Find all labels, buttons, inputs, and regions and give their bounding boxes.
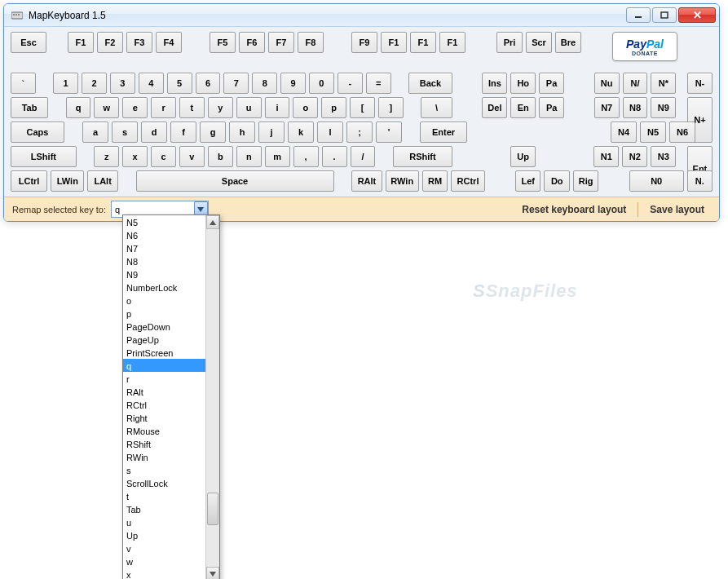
- key-numlock[interactable]: Nu: [594, 73, 620, 94]
- key-2[interactable]: 2: [82, 73, 107, 94]
- dropdown-item[interactable]: Right: [123, 411, 205, 424]
- key-rmouse[interactable]: RM: [422, 170, 448, 192]
- key-0[interactable]: 0: [309, 73, 334, 94]
- key-semicolon[interactable]: ;: [346, 122, 373, 143]
- key-backtick[interactable]: `: [11, 73, 36, 94]
- key-f3[interactable]: F3: [126, 32, 152, 53]
- scroll-down-button[interactable]: [206, 567, 219, 579]
- key-b[interactable]: b: [208, 146, 233, 167]
- key-bracket-right[interactable]: ]: [378, 97, 404, 118]
- dropdown-item[interactable]: s: [123, 463, 205, 476]
- key-n[interactable]: n: [236, 146, 262, 167]
- key-g[interactable]: g: [200, 122, 226, 143]
- key-6[interactable]: 6: [196, 73, 221, 94]
- key-d[interactable]: d: [141, 122, 167, 143]
- key-f12[interactable]: F1: [439, 32, 465, 53]
- key-r[interactable]: r: [151, 97, 176, 118]
- dropdown-item[interactable]: w: [123, 555, 205, 568]
- key-numpad-2[interactable]: N2: [622, 146, 647, 167]
- key-end[interactable]: En: [510, 97, 536, 118]
- dropdown-item[interactable]: RMouse: [123, 424, 205, 437]
- key-f[interactable]: f: [170, 122, 196, 143]
- key-s[interactable]: s: [112, 122, 138, 143]
- key-minus[interactable]: -: [338, 73, 363, 94]
- key-7[interactable]: 7: [223, 73, 249, 94]
- key-up[interactable]: Up: [510, 146, 536, 167]
- paypal-donate-button[interactable]: PayPal DONATE: [612, 32, 677, 61]
- key-delete[interactable]: Del: [482, 97, 507, 118]
- key-numpad-minus[interactable]: N-: [687, 73, 713, 94]
- key-printscreen[interactable]: Pri: [496, 32, 523, 53]
- key-tab[interactable]: Tab: [11, 97, 48, 118]
- key-f11[interactable]: F1: [410, 32, 436, 53]
- key-pageup[interactable]: Pa: [539, 73, 564, 94]
- key-space[interactable]: Space: [136, 170, 334, 192]
- key-break[interactable]: Bre: [555, 32, 581, 53]
- key-numpad-multiply[interactable]: N*: [651, 73, 676, 94]
- key-backslash[interactable]: \: [421, 97, 452, 118]
- key-bracket-left[interactable]: [: [350, 97, 375, 118]
- key-t[interactable]: t: [179, 97, 205, 118]
- key-k[interactable]: k: [288, 122, 314, 143]
- key-slash[interactable]: /: [351, 146, 376, 167]
- key-period[interactable]: .: [322, 146, 347, 167]
- save-layout-button[interactable]: Save layout: [643, 201, 711, 219]
- key-enter[interactable]: Enter: [420, 122, 467, 143]
- key-8[interactable]: 8: [252, 73, 277, 94]
- dropdown-item[interactable]: q: [123, 359, 205, 372]
- key-down[interactable]: Do: [544, 170, 569, 192]
- key-f9[interactable]: F9: [351, 32, 377, 53]
- key-1[interactable]: 1: [53, 73, 78, 94]
- key-backspace[interactable]: Back: [408, 73, 452, 94]
- key-v[interactable]: v: [179, 146, 205, 167]
- key-i[interactable]: i: [265, 97, 290, 118]
- key-m[interactable]: m: [265, 146, 290, 167]
- key-c[interactable]: c: [151, 146, 176, 167]
- key-left[interactable]: Lef: [515, 170, 540, 192]
- key-lshift[interactable]: LShift: [11, 146, 77, 167]
- key-numpad-4[interactable]: N4: [611, 122, 637, 143]
- remap-dropdown-list[interactable]: N5N6N7N8N9NumberLockopPageDownPageUpPrin…: [122, 214, 220, 579]
- dropdown-item[interactable]: N6: [123, 228, 205, 241]
- key-l[interactable]: l: [317, 122, 343, 143]
- dropdown-scrollbar[interactable]: [205, 215, 219, 579]
- key-e[interactable]: e: [122, 97, 148, 118]
- dropdown-item[interactable]: x: [123, 568, 205, 579]
- key-numpad-dot[interactable]: N.: [687, 170, 713, 192]
- key-numpad-divide[interactable]: N/: [623, 73, 648, 94]
- key-lctrl[interactable]: LCtrl: [11, 170, 47, 192]
- dropdown-item[interactable]: t: [123, 489, 205, 502]
- key-4[interactable]: 4: [139, 73, 164, 94]
- dropdown-item[interactable]: PrintScreen: [123, 346, 205, 359]
- key-equals[interactable]: =: [366, 73, 391, 94]
- key-ralt[interactable]: RAlt: [351, 170, 382, 192]
- close-button[interactable]: ✕: [678, 7, 716, 23]
- dropdown-item[interactable]: PageUp: [123, 333, 205, 346]
- key-a[interactable]: a: [82, 122, 108, 143]
- reset-layout-button[interactable]: Reset keyboard layout: [515, 201, 633, 219]
- scroll-thumb[interactable]: [207, 493, 218, 525]
- key-insert[interactable]: Ins: [482, 73, 507, 94]
- key-3[interactable]: 3: [110, 73, 135, 94]
- key-f10[interactable]: F1: [381, 32, 407, 53]
- key-f6[interactable]: F6: [239, 32, 265, 53]
- key-rshift[interactable]: RShift: [393, 146, 452, 167]
- key-o[interactable]: o: [293, 97, 318, 118]
- key-f4[interactable]: F4: [156, 32, 182, 53]
- maximize-button[interactable]: [652, 7, 677, 23]
- titlebar[interactable]: MapKeyboard 1.5 ✕: [4, 4, 719, 27]
- key-x[interactable]: x: [122, 146, 148, 167]
- key-y[interactable]: y: [208, 97, 233, 118]
- key-f7[interactable]: F7: [268, 32, 294, 53]
- dropdown-item[interactable]: Tab: [123, 502, 205, 515]
- key-p[interactable]: p: [321, 97, 346, 118]
- key-numpad-7[interactable]: N7: [594, 97, 620, 118]
- key-f8[interactable]: F8: [298, 32, 324, 53]
- dropdown-item[interactable]: NumberLock: [123, 281, 205, 294]
- key-numpad-6[interactable]: N6: [669, 122, 695, 143]
- key-numpad-9[interactable]: N9: [651, 97, 676, 118]
- key-numpad-0[interactable]: N0: [629, 170, 684, 192]
- dropdown-item[interactable]: RAlt: [123, 385, 205, 398]
- key-f5[interactable]: F5: [210, 32, 236, 53]
- dropdown-item[interactable]: PageDown: [123, 320, 205, 333]
